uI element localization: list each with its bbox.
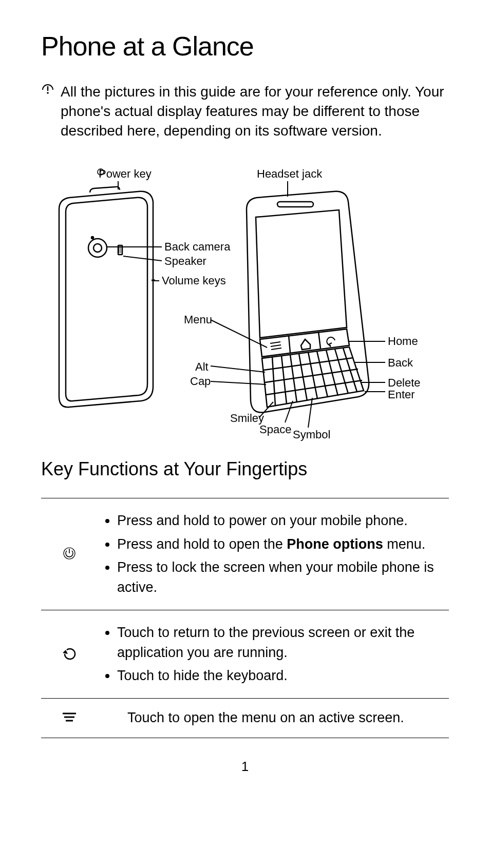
- label-back-camera: Back camera: [164, 241, 230, 253]
- bullet-text: Touch to return to the previous screen o…: [117, 623, 444, 663]
- table-row: Press and hold to power on your mobile p…: [41, 498, 449, 610]
- bullet-text: Press to lock the screen when your mobil…: [117, 557, 444, 597]
- label-space: Space: [259, 423, 291, 436]
- svg-point-3: [93, 244, 102, 252]
- label-cap: Cap: [190, 375, 211, 388]
- svg-line-34: [211, 381, 266, 384]
- bullet-text: Touch to hide the keyboard.: [117, 666, 444, 686]
- description-text: Touch to open the menu on an active scre…: [103, 708, 444, 728]
- svg-line-15: [318, 332, 321, 349]
- label-power-key: Power key: [97, 168, 152, 180]
- label-volume-keys: Volume keys: [162, 275, 226, 287]
- label-speaker: Speaker: [164, 255, 206, 267]
- svg-point-2: [88, 239, 107, 257]
- key-functions-table: Press and hold to power on your mobile p…: [41, 498, 449, 738]
- svg-line-11: [123, 256, 162, 261]
- label-alt: Alt: [195, 361, 209, 373]
- svg-rect-13: [277, 202, 313, 207]
- label-headset-jack: Headset jack: [257, 168, 322, 180]
- svg-line-14: [289, 335, 290, 353]
- label-delete: Delete: [388, 377, 421, 389]
- page-number: 1: [41, 759, 449, 775]
- bullet-text: Press and hold to power on your mobile p…: [117, 511, 444, 531]
- alert-icon: [41, 83, 54, 99]
- label-back: Back: [388, 357, 413, 369]
- notice-text: All the pictures in this guide are for y…: [61, 82, 449, 140]
- bullet-text: Press and hold to open the Phone options…: [117, 534, 444, 554]
- svg-point-1: [47, 92, 49, 94]
- svg-point-4: [91, 237, 93, 239]
- notice-block: All the pictures in this guide are for y…: [41, 82, 449, 140]
- svg-line-18: [271, 348, 281, 350]
- table-row: Touch to open the menu on an active scre…: [41, 699, 449, 738]
- section-title: Key Functions at Your Fingertips: [41, 458, 449, 480]
- svg-line-17: [271, 345, 281, 346]
- label-menu: Menu: [184, 314, 212, 326]
- svg-line-37: [308, 398, 312, 428]
- label-home: Home: [388, 335, 418, 348]
- svg-line-32: [211, 320, 267, 348]
- menu-icon: [62, 716, 77, 724]
- phone-diagram: Power key Headset jack Back camera Speak…: [41, 161, 449, 448]
- svg-line-33: [211, 366, 265, 372]
- table-row: Touch to return to the previous screen o…: [41, 610, 449, 698]
- back-icon: [61, 654, 78, 663]
- page-title: Phone at a Glance: [41, 31, 449, 62]
- label-enter: Enter: [388, 389, 415, 401]
- power-icon: [62, 553, 77, 562]
- label-symbol: Symbol: [293, 429, 330, 441]
- svg-line-16: [270, 342, 280, 343]
